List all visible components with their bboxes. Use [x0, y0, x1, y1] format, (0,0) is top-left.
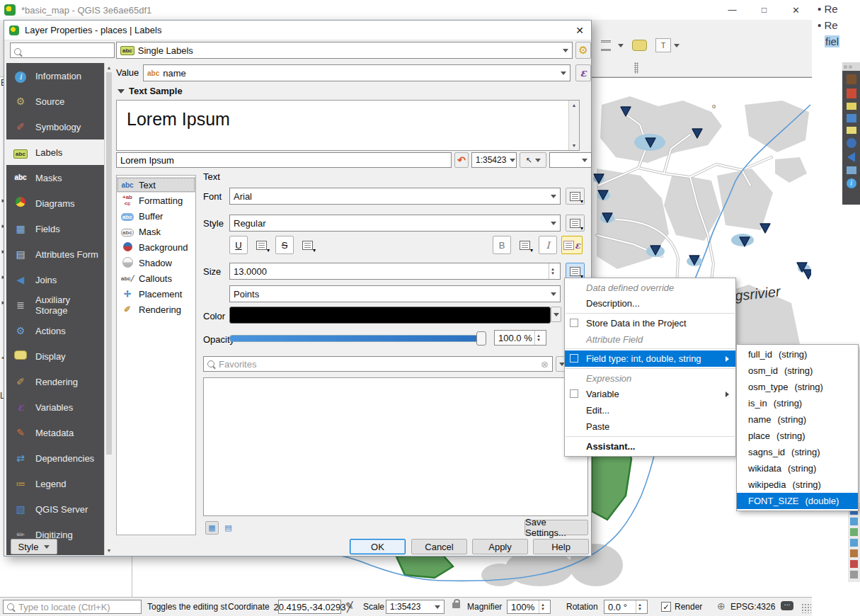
scale-combo[interactable]: 1:35423 [386, 600, 445, 614]
sample-reset-button[interactable]: ↶ [454, 152, 469, 168]
resize-grip[interactable] [801, 603, 811, 613]
sidebar-item-source[interactable]: ⚙Source [6, 89, 104, 114]
submenu-item-full-id[interactable]: full_id(string) [737, 346, 858, 363]
sidebar-item-variables[interactable]: εVariables [6, 394, 104, 420]
sidebar-item-rendering[interactable]: ✐Rendering [6, 369, 104, 394]
minimize-button[interactable]: — [716, 1, 748, 20]
close-button[interactable]: ✕ [780, 1, 812, 20]
coordinate-input[interactable]: 20.4195,-34.0293 [278, 600, 341, 614]
opacity-slider-handle[interactable] [476, 331, 486, 346]
value-field-combo[interactable]: abc name [143, 64, 571, 81]
italic-button[interactable]: I [539, 236, 557, 254]
sidebar-item-qgis-server[interactable]: ▧QGIS Server [6, 496, 104, 522]
sidebar-item-actions[interactable]: ⚙Actions [6, 318, 104, 343]
submenu-item-font-size[interactable]: FONT_SIZE(double) [737, 493, 858, 509]
submenu-item-place[interactable]: place(string) [737, 428, 858, 444]
magnifier-spinbox[interactable]: 100%▲▼ [507, 600, 551, 614]
submenu-item-wikipedia[interactable]: wikipedia(string) [737, 477, 858, 493]
menu-item-variable[interactable]: Variable [565, 386, 735, 402]
style-preview-area[interactable] [203, 377, 588, 516]
color-swatch-button[interactable] [229, 307, 551, 324]
preview-scrollbar[interactable]: ▲ ▼ [568, 101, 579, 150]
text-sample-section[interactable]: Text Sample [117, 86, 183, 96]
locate-search-input[interactable]: Type to locate (Ctrl+K) [3, 600, 142, 614]
ok-button[interactable]: OK [350, 539, 406, 554]
tab-rendering[interactable]: ✐Rendering [117, 302, 195, 317]
submenu-item-osm-type[interactable]: osm_type(string) [737, 379, 858, 395]
style-data-defined-button[interactable]: ▾ [566, 215, 585, 232]
scroll-down-icon[interactable]: ▼ [105, 546, 113, 555]
checkbox-icon[interactable] [570, 354, 578, 363]
tab-background[interactable]: Background [117, 239, 195, 255]
sidebar-item-metadata[interactable]: ✎Metadata [6, 420, 104, 445]
properties-search-input[interactable] [10, 42, 115, 58]
list-view-button[interactable]: ▤ [222, 521, 235, 535]
value-expression-button[interactable]: ε [575, 64, 591, 81]
sidebar-item-labels[interactable]: abcLabels [6, 139, 104, 165]
tab-placement[interactable]: ✢Placement [117, 286, 195, 302]
text-annotation-icon[interactable]: T [655, 38, 671, 52]
style-menu-button[interactable]: Style [11, 539, 57, 554]
tab-buffer[interactable]: abcBuffer [117, 208, 195, 224]
tab-text[interactable]: abcText [117, 177, 195, 193]
labeling-mode-combo[interactable]: abc Single Labels [116, 42, 573, 59]
save-settings-button[interactable]: Save Settings... [524, 520, 588, 535]
sidebar-item-display[interactable]: Display [6, 343, 104, 369]
sidebar-item-symbology[interactable]: ✐Symbology [6, 114, 104, 139]
sidebar-item-masks[interactable]: abcMasks [6, 165, 104, 190]
icon-view-button[interactable]: ▦ [205, 521, 219, 535]
submenu-item-sagns-id[interactable]: sagns_id(string) [737, 444, 858, 460]
help-button[interactable]: Help [533, 539, 589, 554]
underline-data-defined-button[interactable]: ▾ [252, 237, 271, 253]
tab-shadow[interactable]: Shadow [117, 255, 195, 270]
sidebar-item-auxiliary-storage[interactable]: ≣Auxiliary Storage [6, 292, 104, 318]
checkbox-icon[interactable] [570, 319, 578, 327]
menu-item-assistant[interactable]: Assistant... [565, 438, 735, 455]
layer-labeling-options-icon[interactable] [597, 37, 615, 54]
sidebar-scrollbar[interactable]: ▲ ▼ [104, 63, 113, 555]
menu-item-paste[interactable]: Paste [565, 418, 735, 435]
sidebar-item-joins[interactable]: ◀Joins [6, 267, 104, 292]
sample-text-input[interactable] [116, 152, 452, 168]
color-dropdown-button[interactable] [551, 307, 561, 322]
size-unit-combo[interactable]: Points [229, 285, 561, 302]
tab-formatting[interactable]: +ab<cFormatting [117, 193, 195, 208]
sidebar-item-attributes-form[interactable]: ▤Attributes Form [6, 241, 104, 267]
submenu-item-osm-id[interactable]: osm_id(string) [737, 363, 858, 379]
sidebar-item-dependencies[interactable]: ⇄Dependencies [6, 445, 104, 471]
menu-item-field-type[interactable]: Field type: int, double, string [565, 350, 735, 367]
tab-callouts[interactable]: abc╱Callouts [117, 270, 195, 286]
render-checkbox[interactable]: ✓ [661, 602, 671, 612]
messages-icon[interactable]: ⋯ [781, 601, 793, 610]
annotation-dropdown-arrow[interactable] [674, 44, 680, 47]
sidebar-item-diagrams[interactable]: Diagrams [6, 190, 104, 216]
sidebar-item-fields[interactable]: ▦Fields [6, 216, 104, 241]
favorites-search-input[interactable]: Favorites ⊗ [203, 356, 553, 372]
opacity-spinbox[interactable]: 100.0 %▲▼ [494, 330, 546, 346]
menu-item-edit[interactable]: Edit... [565, 402, 735, 418]
map-tips-icon[interactable] [632, 40, 647, 51]
automated-placement-button[interactable]: ⚙ [575, 42, 591, 59]
crs-globe-icon[interactable]: ⊕ [717, 600, 726, 612]
sample-scale-combo[interactable]: 1:35423 [471, 152, 517, 168]
size-spinbox[interactable]: 13.0000▲▼ [229, 263, 561, 280]
menu-item-description[interactable]: Description... [565, 295, 735, 312]
bold-button[interactable]: B [493, 236, 511, 254]
italic-expression-button[interactable]: ε [561, 236, 583, 254]
menu-item-store-data[interactable]: Store Data in the Project [565, 315, 735, 331]
mouse-position-icon[interactable]: ✎╱ [345, 600, 354, 612]
crs-status[interactable]: EPSG:4326 [730, 602, 775, 612]
submenu-item-name[interactable]: name(string) [737, 411, 858, 428]
sample-background-combo[interactable] [549, 152, 592, 168]
cancel-button[interactable]: Cancel [411, 539, 467, 554]
dialog-titlebar[interactable]: Layer Properties - places | Labels ✕ [4, 21, 591, 40]
labeling-dropdown-arrow[interactable] [618, 44, 624, 47]
toolbar-drag-handle[interactable] [634, 62, 638, 74]
tab-mask[interactable]: abcMask [117, 224, 195, 239]
dialog-close-icon[interactable]: ✕ [575, 25, 584, 36]
submenu-item-is-in[interactable]: is_in(string) [737, 395, 858, 411]
font-combo[interactable]: Arial [229, 188, 561, 205]
strikeout-data-defined-button[interactable]: ▾ [298, 237, 317, 253]
bold-data-defined-button[interactable]: ▾ [515, 237, 534, 253]
apply-button[interactable]: Apply [472, 539, 528, 554]
